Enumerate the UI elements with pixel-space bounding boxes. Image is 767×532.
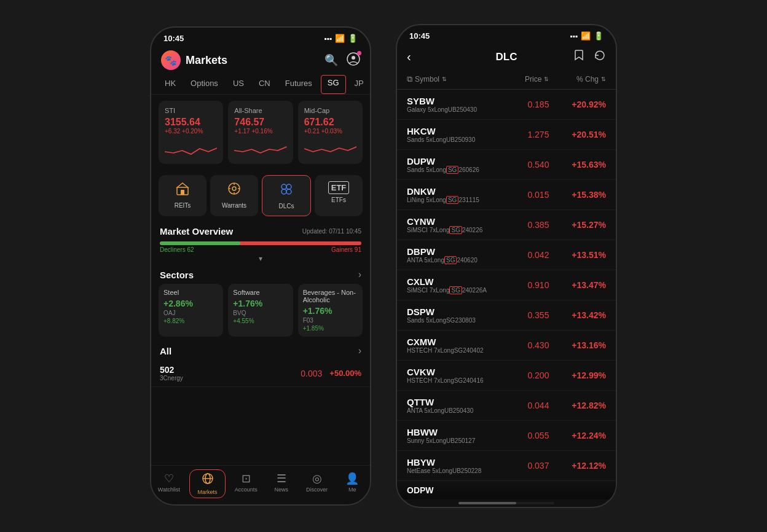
dlc-desc-dbpw: ANTA 5xLongSG240620 <box>407 257 492 264</box>
allshare-card[interactable]: All-Share 746.57 +1.17 +0.16% <box>228 101 293 164</box>
allshare-change: +1.17 +0.16% <box>234 128 286 135</box>
dlc-symbol-hkcw: HKCW <box>407 126 492 136</box>
search-icon[interactable]: 🔍 <box>324 53 338 67</box>
nav-tabs: HK Options US CN Futures SG JP ☰ <box>151 75 370 95</box>
nav-discover[interactable]: ◎ Discover <box>299 469 335 498</box>
dlc-desc-dupw: Sands 5xLongSG260626 <box>407 166 492 173</box>
sector-beverages[interactable]: Beverages - Non-Alcoholic +1.76% F03 +1.… <box>298 284 363 337</box>
progress-arrow: ▾ <box>160 254 361 263</box>
nav-accounts[interactable]: ⊡ Accounts <box>228 469 264 498</box>
nav-markets[interactable]: Markets <box>189 469 226 498</box>
dlc-price-dupw: 0.540 <box>527 160 549 170</box>
dlc-row-dnkw[interactable]: DNKW LiNing 5xLongSG231115 0.015 +15.38% <box>397 180 616 210</box>
dlc-row-cxlw[interactable]: CXLW SiMSCI 7xLongSG240226A 0.910 +13.47… <box>397 270 616 300</box>
dlc-symbol-qttw: QTTW <box>407 397 492 407</box>
decliners-label: Decliners 62 <box>160 246 194 253</box>
dlc-title: DLC <box>496 51 517 63</box>
dlc-row-dspw[interactable]: DSPW Sands 5xLongSG230803 0.355 +13.42% <box>397 300 616 331</box>
dlc-row-hkcw[interactable]: HKCW Sands 5xLongUB250930 1.275 +20.51% <box>397 120 616 150</box>
dlc-symbol-sybw: SYBW <box>407 96 492 106</box>
reits-icon <box>175 181 190 200</box>
nav-me[interactable]: 👤 Me <box>334 469 370 498</box>
stock-info-502: 502 3Cnergy <box>160 365 301 381</box>
etfs-icon: ETF <box>328 181 350 194</box>
symbol-sort-icon[interactable]: ⇅ <box>442 76 447 82</box>
highlight-sg-dnkw: SG <box>446 196 458 204</box>
bottom-nav: ♡ Watchlist Markets ⊡ Accounts ☰ News ◎ … <box>151 465 370 504</box>
profile-icon[interactable] <box>347 52 360 69</box>
nav-watchlist[interactable]: ♡ Watchlist <box>151 469 187 498</box>
all-arrow[interactable]: › <box>358 345 361 356</box>
sector-software[interactable]: Software +1.76% BVQ +4.55% <box>228 284 293 337</box>
dlc-chg-col-dupw: +15.63% <box>549 159 606 170</box>
category-reits[interactable]: REITs <box>159 175 206 216</box>
dlc-row-dbpw[interactable]: DBPW ANTA 5xLongSG240620 0.042 +13.51% <box>397 240 616 270</box>
sectors-arrow[interactable]: › <box>358 269 361 280</box>
dlc-chg-dnkw: +15.38% <box>572 190 606 200</box>
category-etfs[interactable]: ETF ETFs <box>315 175 363 216</box>
stock-row-502[interactable]: 502 3Cnergy 0.003 +50.00% <box>151 360 370 387</box>
dlc-desc-hbww: Sunny 5xLongUB250127 <box>407 437 492 444</box>
dlc-symbol-dnkw: DNKW <box>407 186 492 197</box>
tab-hk[interactable]: HK <box>159 75 182 94</box>
dlc-row-dupw[interactable]: DUPW Sands 5xLongSG260626 0.540 +15.63% <box>397 150 616 180</box>
dlc-symbol-col-hkcw: HKCW Sands 5xLongUB250930 <box>407 126 492 143</box>
midcap-card[interactable]: Mid-Cap 671.62 +0.21 +0.03% <box>298 101 363 164</box>
sector-steel[interactable]: Steel +2.86% OAJ +8.82% <box>159 284 223 337</box>
dlc-row-cvkw[interactable]: CVKW HSTECH 7xLongSG240416 0.200 +12.99% <box>397 361 616 391</box>
dlc-desc-dspw: Sands 5xLongSG230803 <box>407 317 492 324</box>
sti-change: +6.32 +0.20% <box>165 128 217 135</box>
sector-steel-change: +8.82% <box>163 318 218 324</box>
dlc-chg-col-qttw: +12.82% <box>549 400 606 411</box>
signal-icon: ▪▪▪ <box>324 34 332 43</box>
sectors-header: Sectors › <box>151 264 370 284</box>
warrants-icon <box>227 181 242 200</box>
dlc-row-cynw[interactable]: CYNW SiMSCI 7xLongSG240226 0.385 +15.27% <box>397 210 616 240</box>
dlc-chg-cvkw: +12.99% <box>572 370 606 380</box>
dlc-symbol-hbyw: HBYW <box>407 457 492 467</box>
dlc-chg-col-dspw: +13.42% <box>549 310 606 321</box>
dlc-symbol-col-dnkw: DNKW LiNing 5xLongSG231115 <box>407 186 492 203</box>
sector-beverages-pct: +1.76% <box>303 306 358 316</box>
sector-software-ticker: BVQ <box>233 310 288 316</box>
app-title: Markets <box>186 54 320 67</box>
price-sort-icon[interactable]: ⇅ <box>544 76 549 82</box>
dlc-price-hkcw: 1.275 <box>527 130 549 139</box>
tab-futures[interactable]: Futures <box>279 75 318 94</box>
dlc-price-cxlw: 0.910 <box>527 280 549 290</box>
dlc-symbol-cxlw: CXLW <box>407 276 492 287</box>
table-fade: ODPW <box>397 481 616 499</box>
tab-options[interactable]: Options <box>184 75 224 94</box>
sector-beverages-name: Beverages - Non-Alcoholic <box>303 289 358 303</box>
sector-beverages-change: +1.85% <box>303 325 358 332</box>
refresh-icon[interactable] <box>594 49 606 65</box>
dlc-price-cynw: 0.385 <box>527 220 549 230</box>
nav-news[interactable]: ☰ News <box>264 469 299 498</box>
back-button[interactable]: ‹ <box>407 50 411 64</box>
bookmark-icon[interactable] <box>573 49 585 65</box>
category-warrants[interactable]: Warrants <box>210 175 258 216</box>
dlc-row-hbyw[interactable]: HBYW NetEase 5xLongUB250228 0.037 +12.12… <box>397 451 616 481</box>
dlc-row-hbww[interactable]: HBWW Sunny 5xLongUB250127 0.055 +12.24% <box>397 421 616 451</box>
scroll-thumb <box>458 502 516 504</box>
sectors-title: Sectors <box>160 270 194 280</box>
me-label: Me <box>348 487 356 493</box>
dlc-chg-hkcw: +20.51% <box>572 130 606 139</box>
all-title: All <box>160 346 171 356</box>
tab-cn[interactable]: CN <box>253 75 277 94</box>
dlc-row-sybw[interactable]: SYBW Galaxy 5xLongUB250430 0.185 +20.92% <box>397 90 616 120</box>
status-bar-left: 10:45 ▪▪▪ 📶 🔋 <box>151 28 370 47</box>
tab-sg[interactable]: SG <box>321 75 346 94</box>
category-dlcs[interactable]: DLCs <box>262 175 311 216</box>
tab-jp[interactable]: JP <box>348 75 370 94</box>
dlc-row-qttw[interactable]: QTTW ANTA 5xLongUB250430 0.044 +12.82% <box>397 391 616 421</box>
price-label: Price <box>525 75 541 84</box>
chg-sort-icon[interactable]: ⇅ <box>601 76 606 82</box>
sti-card[interactable]: STI 3155.64 +6.32 +0.20% <box>159 101 223 164</box>
dlc-chg-dspw: +13.42% <box>572 310 606 320</box>
status-icons-right: ▪▪▪ 📶 🔋 <box>570 31 604 41</box>
tab-us[interactable]: US <box>227 75 250 94</box>
dlc-price-col-sybw: 0.185 <box>492 99 549 110</box>
dlc-row-cxmw[interactable]: CXMW HSTECH 7xLongSG240402 0.430 +13.16% <box>397 331 616 361</box>
stock-code-502: 502 <box>160 365 301 375</box>
